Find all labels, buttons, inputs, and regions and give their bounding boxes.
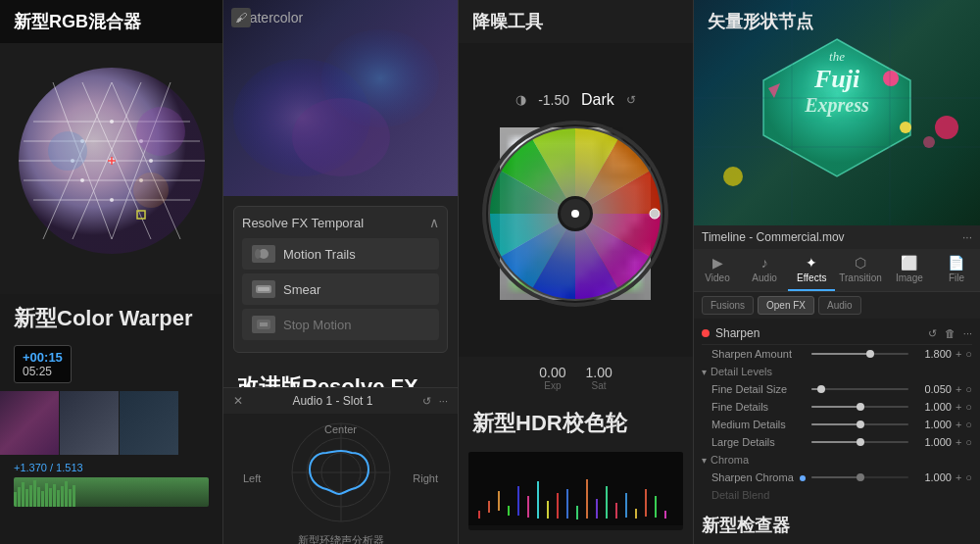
rgb-mixer-title: 新型RGB混合器 [0,0,222,43]
detail-levels-header[interactable]: ▾ Detail Levels [702,363,972,380]
time-plus: +00:15 [23,350,63,365]
sharpen-chroma-slider[interactable] [811,476,907,478]
sharpen-amount-reset[interactable]: ○ [965,348,972,360]
audio-panel-close-btn[interactable]: ✕ [233,394,243,408]
hdr-exposure-value: -1.50 [538,92,569,108]
medium-details-label: Medium Details [711,419,808,430]
file-tab-icon: 📄 [948,255,964,271]
svg-rect-68 [488,501,490,513]
svg-rect-40 [65,481,68,507]
hdr-params-row: 0.00 Exp 1.00 Sat [459,357,693,399]
inspector-panel: Timeline - Commercial.mov ··· ▶ Video ♪ … [694,225,980,544]
sharpen-chroma-label: Sharpen Chroma [711,471,808,483]
sharpen-more-icon[interactable]: ··· [963,327,972,339]
sharpen-delete-icon[interactable]: 🗑 [945,327,956,339]
tab-transition[interactable]: ⬡ Transition [835,249,886,291]
svg-rect-75 [557,493,559,519]
sharpen-reset-icon[interactable]: ↺ [928,327,937,340]
resolve-fx-collapse[interactable]: ∧ [429,215,439,230]
sharpen-chroma-plus[interactable]: + [956,471,961,483]
hdr-wheel-area: ◑ -1.50 Dark ↺ [459,43,693,357]
audio-btn[interactable]: Audio [818,296,861,315]
tab-video[interactable]: ▶ Video [694,249,741,291]
svg-rect-79 [596,499,598,519]
tab-audio[interactable]: ♪ Audio [741,249,788,291]
svg-point-64 [571,210,579,218]
svg-rect-33 [37,487,40,507]
time-main: 05:25 [23,365,63,378]
audio-more-btn[interactable]: ··· [439,395,448,408]
polar-left-label: Left [243,472,261,484]
svg-rect-51 [260,322,268,326]
fx-item-smear[interactable]: Smear [242,273,439,305]
sharpen-amount-slider[interactable] [811,353,907,355]
tab-transition-label: Transition [839,272,882,283]
tab-image[interactable]: ⬜ Image [886,249,933,291]
svg-rect-30 [25,489,28,507]
fusions-btn[interactable]: Fusions [702,296,754,315]
chroma-arrow: ▾ [702,455,707,466]
hdr-reset-btn[interactable]: ↺ [626,93,636,107]
watercolor-svg [223,0,459,176]
inspector-title: Timeline - Commercial.mov [702,230,845,244]
hdr-color-wheel-svg[interactable] [480,119,671,310]
sharpen-active-dot [702,329,710,337]
svg-point-16 [149,159,153,163]
motion-trails-icon [252,245,275,263]
open-fx-btn[interactable]: Open FX [758,296,814,315]
fine-details-value: 1.000 [912,401,952,413]
sharpen-chroma-reset[interactable]: ○ [965,471,972,483]
sharpen-chroma-row: Sharpen Chroma 1.000 + ○ [702,469,972,486]
color-warper-svg [14,63,210,259]
svg-rect-72 [527,496,529,518]
tab-file[interactable]: 📄 File [933,249,980,291]
fine-details-plus[interactable]: + [956,401,961,413]
fx-item-stop-motion[interactable]: Stop Motion [242,309,439,340]
waveform-bar [14,477,209,507]
medium-details-slider[interactable] [811,423,907,425]
svg-point-25 [48,131,87,171]
hdr-params: 0.00 Exp 1.00 Sat [472,365,679,391]
tab-effects[interactable]: ✦ Effects [788,249,835,291]
fine-details-slider[interactable] [811,406,907,408]
svg-rect-82 [625,493,627,518]
hdr-sat-value: 1.00 [586,365,612,380]
audio-refresh-btn[interactable]: ↺ [422,395,431,408]
sharpen-amount-plus[interactable]: + [956,348,961,360]
hdr-mode-icon[interactable]: ◑ [515,92,526,107]
svg-point-20 [110,198,114,202]
large-details-label: Large Details [711,436,808,448]
color-warper-area: 新型Color Warper +00:15 05:25 +1.370 / 1.5… [0,294,222,544]
medium-details-plus[interactable]: + [956,419,961,430]
thumbnail-1 [0,391,59,455]
fine-detail-size-reset[interactable]: ○ [965,383,972,395]
svg-rect-67 [478,511,480,519]
svg-rect-42 [73,485,75,507]
detail-blend-row: Detail Blend [702,486,972,504]
sharpen-chroma-value: 1.000 [912,471,952,483]
panel-hdr: 降噪工具 ◑ -1.50 Dark ↺ [459,0,694,544]
inspector-tabs: ▶ Video ♪ Audio ✦ Effects ⬡ Transition ⬜… [694,249,980,292]
inspector-more-btn[interactable]: ··· [962,230,972,244]
large-details-slider[interactable] [811,441,907,443]
fx-item-motion-trails[interactable]: Motion Trails [242,238,439,270]
medium-details-reset[interactable]: ○ [965,419,972,430]
tab-image-label: Image [896,272,923,283]
hdr-top-title: 降噪工具 [459,0,693,43]
fine-details-reset[interactable]: ○ [965,401,972,413]
effects-tab-icon: ✦ [806,255,817,271]
fine-detail-size-slider[interactable] [811,388,907,390]
hdr-sat-label: Sat [592,380,607,391]
svg-rect-27 [14,492,17,507]
chroma-header[interactable]: ▾ Chroma [702,451,972,469]
fine-detail-size-value: 0.050 [912,383,952,395]
large-details-reset[interactable]: ○ [965,436,972,448]
fine-detail-size-plus[interactable]: + [956,383,961,395]
fuji-line1: the [768,49,906,65]
large-details-plus[interactable]: + [956,436,961,448]
smear-label: Smear [283,282,320,297]
svg-rect-84 [645,489,647,517]
hdr-mode-label: Dark [581,91,614,109]
inspector-effects-section: Sharpen ↺ 🗑 ··· Sharpen Amount 1.800 + ○ [694,319,980,508]
audio-panel-title: Audio 1 - Slot 1 [292,394,372,408]
